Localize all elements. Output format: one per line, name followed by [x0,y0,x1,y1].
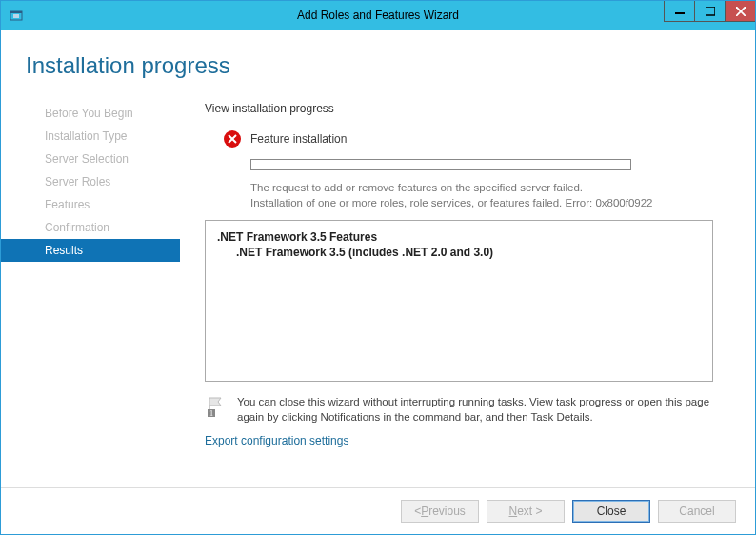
next-button: Next > [487,500,565,523]
cancel-button: Cancel [658,500,736,523]
sidebar-item-results[interactable]: Results [1,239,180,262]
page-title: Installation progress [26,52,730,79]
content-area: Installation progress Before You Begin I… [1,30,755,534]
svg-rect-4 [706,7,715,15]
body-columns: Before You Begin Installation Type Serve… [1,87,755,487]
header: Installation progress [1,30,755,87]
svg-text:1: 1 [209,409,213,418]
sidebar-item-installation-type: Installation Type [1,125,180,148]
sidebar-item-confirmation: Confirmation [1,216,180,239]
close-button[interactable]: Close [572,500,650,523]
maximize-button[interactable] [694,1,725,22]
section-title: View installation progress [205,102,726,115]
error-line-2: Installation of one or more roles, role … [250,195,688,210]
feature-child: .NET Framework 3.5 (includes .NET 2.0 an… [236,246,701,259]
error-message: The request to add or remove features on… [250,180,688,210]
export-configuration-link[interactable]: Export configuration settings [205,434,726,447]
progress-bar [250,159,631,170]
error-icon [224,130,241,148]
window-controls [664,1,755,22]
sidebar-item-server-selection: Server Selection [1,148,180,170]
wizard-window: Add Roles and Features Wizard Installati… [0,0,756,535]
sidebar-item-features: Features [1,193,180,216]
features-list-box: .NET Framework 3.5 Features .NET Framewo… [205,220,713,382]
minimize-button[interactable] [664,1,694,22]
sidebar-item-before-you-begin: Before You Begin [1,102,180,125]
footer: < PPreviousrevious Next > Close Cancel [1,487,755,534]
previous-button: < PPreviousrevious [401,500,479,523]
status-row: Feature installation [224,130,726,148]
titlebar: Add Roles and Features Wizard [1,1,755,30]
error-line-1: The request to add or remove features on… [250,180,688,195]
hint-row: 1 You can close this wizard without inte… [205,395,726,425]
hint-text: You can close this wizard without interr… [237,395,726,425]
close-window-button[interactable] [725,1,755,22]
sidebar: Before You Begin Installation Type Serve… [1,96,180,487]
sidebar-item-server-roles: Server Roles [1,170,180,193]
window-title: Add Roles and Features Wizard [1,9,755,22]
main-panel: View installation progress Feature insta… [180,96,755,487]
feature-parent: .NET Framework 3.5 Features [217,230,701,244]
flag-icon: 1 [205,395,228,418]
status-label: Feature installation [250,132,347,146]
